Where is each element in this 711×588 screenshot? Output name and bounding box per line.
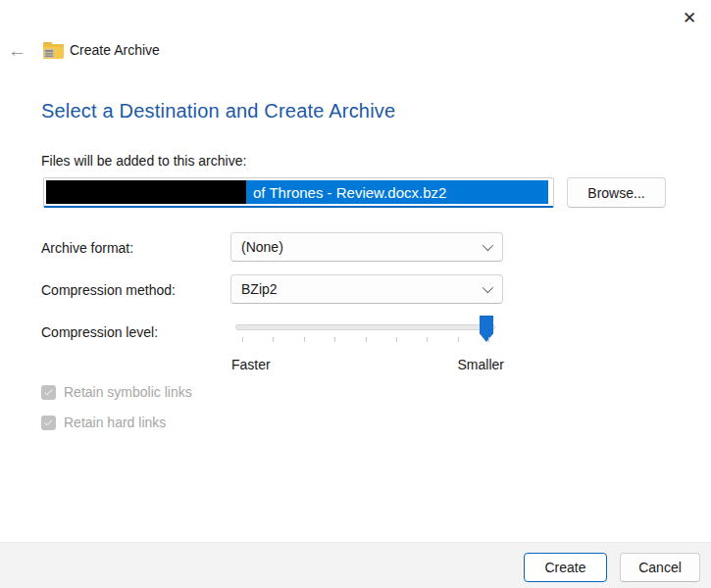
chevron-down-icon — [482, 282, 493, 293]
slider-faster-label: Faster — [231, 357, 271, 372]
slider-tick — [273, 337, 274, 342]
chevron-down-icon — [482, 240, 493, 251]
slider-tick-marks — [242, 337, 488, 342]
retain-symbolic-links-row: Retain symbolic links — [41, 384, 192, 400]
slider-tick — [242, 337, 243, 342]
back-arrow-icon[interactable]: ← — [8, 40, 26, 62]
page-title: Select a Destination and Create Archive — [41, 100, 395, 122]
compression-method-label: Compression method: — [41, 282, 176, 298]
retain-hard-links-row: Retain hard links — [41, 415, 166, 430]
retain-hard-links-label: Retain hard links — [64, 415, 166, 430]
slider-tick — [488, 337, 489, 342]
retain-hard-links-checkbox — [41, 416, 56, 430]
footer-bar: Create Cancel — [0, 542, 711, 588]
compression-level-label: Compression level: — [41, 324, 158, 340]
zip-folder-icon — [43, 42, 64, 59]
dialog-header: ← Create Archive — [0, 39, 711, 65]
compression-level-slider-track[interactable] — [235, 324, 495, 330]
archive-path-selected-text: of Thrones - Review.docx.bz2 — [246, 184, 446, 201]
archive-path-label: Files will be added to this archive: — [41, 153, 246, 169]
checkmark-icon — [44, 387, 52, 395]
checkmark-icon — [44, 417, 52, 425]
slider-tick — [304, 337, 305, 342]
archive-format-label: Archive format: — [41, 240, 133, 256]
redaction-bar — [46, 180, 246, 204]
slider-tick — [334, 337, 335, 342]
archive-format-dropdown[interactable]: (None) — [230, 232, 503, 262]
archive-path-input[interactable]: of Thrones - Review.docx.bz2 — [43, 177, 554, 208]
compression-method-value: BZip2 — [241, 281, 482, 297]
slider-tick — [366, 337, 367, 342]
retain-symbolic-links-checkbox — [41, 385, 56, 400]
close-icon[interactable]: ✕ — [676, 4, 703, 31]
slider-tick — [396, 337, 397, 342]
selected-text-highlight: of Thrones - Review.docx.bz2 — [46, 180, 548, 204]
cancel-button[interactable]: Cancel — [620, 553, 700, 582]
create-button[interactable]: Create — [524, 553, 607, 582]
compression-method-dropdown[interactable]: BZip2 — [230, 274, 503, 304]
archive-format-value: (None) — [241, 239, 482, 255]
retain-symbolic-links-label: Retain symbolic links — [64, 384, 192, 400]
dialog-title: Create Archive — [70, 42, 160, 58]
browse-button[interactable]: Browse... — [567, 177, 666, 208]
slider-smaller-label: Smaller — [453, 357, 504, 372]
slider-tick — [427, 337, 428, 342]
slider-tick — [458, 337, 459, 342]
